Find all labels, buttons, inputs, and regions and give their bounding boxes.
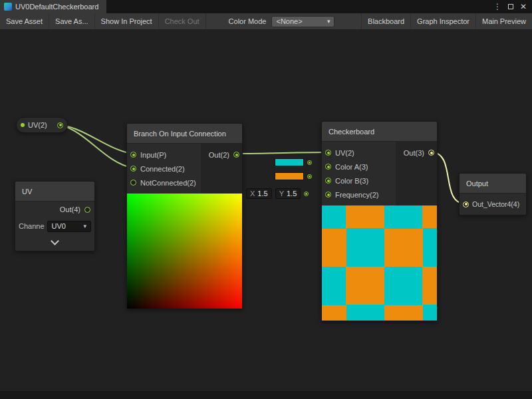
window-controls: ⋮ ✕ xyxy=(493,0,532,13)
branch-connected-port[interactable] xyxy=(130,166,136,172)
checkerboard-output-port[interactable] xyxy=(428,150,434,156)
show-in-project-button[interactable]: Show In Project xyxy=(95,13,159,29)
frequency-x-input[interactable]: X 1.5 xyxy=(246,188,272,199)
checkerboard-uv-label: UV(2) xyxy=(335,149,354,157)
graph-inspector-button[interactable]: Graph Inspector xyxy=(410,13,475,29)
tab-uv0defaultcheckerboard[interactable]: UV0DefaultCheckerboard xyxy=(0,0,106,13)
check-out-button[interactable]: Check Out xyxy=(159,13,206,29)
color-mode-dropdown[interactable]: <None> ▾ xyxy=(271,16,334,27)
output-vector4-port[interactable] xyxy=(463,201,469,207)
output-node-title: Output xyxy=(466,180,488,188)
bottom-edge xyxy=(0,391,532,399)
checkerboard-colora-row: Color A(3) xyxy=(322,160,396,174)
branch-notconnected-port[interactable] xyxy=(130,180,136,186)
checkerboard-frequency-row: Frequency(2) xyxy=(322,188,396,201)
uv-channel-label: Channe xyxy=(19,222,45,230)
menu-icon[interactable]: ⋮ xyxy=(493,2,501,11)
color-a-swatch[interactable] xyxy=(275,158,304,166)
uv-node-output-port[interactable] xyxy=(84,207,90,213)
blackboard-button[interactable]: Blackboard xyxy=(361,13,410,29)
checkerboard-colorb-row: Color B(3) xyxy=(322,174,396,188)
uv-node-title: UV xyxy=(22,188,32,196)
uv-channel-value: UV0 xyxy=(52,222,66,230)
branch-input-port[interactable] xyxy=(130,152,136,158)
tab-bar: UV0DefaultCheckerboard ⋮ ✕ xyxy=(0,0,532,13)
uv-node-output-row: Out(4) xyxy=(15,201,94,217)
node-uv-pill[interactable]: UV(2) xyxy=(16,117,68,133)
uv-pill-bullet-icon xyxy=(21,123,25,127)
branch-connected-label: Connected(2) xyxy=(140,165,185,173)
branch-output-column: Out(2) xyxy=(201,144,242,194)
branch-notconnected-label: NotConnected(2) xyxy=(140,179,196,187)
frequency-y-value: 1.5 xyxy=(287,190,297,198)
uv-channel-row: Channe UV0 ▾ xyxy=(15,217,94,235)
checkerboard-preview xyxy=(322,205,437,321)
output-vector4-label: Out_Vector4(4) xyxy=(472,200,519,208)
checkerboard-frequency-port[interactable] xyxy=(325,192,331,198)
checkerboard-output-row: Out(3) xyxy=(396,146,437,160)
checkerboard-colora-port[interactable] xyxy=(325,164,331,170)
checkerboard-uv-row: UV(2) xyxy=(322,146,396,160)
toolbar: Save Asset Save As... Show In Project Ch… xyxy=(0,13,532,30)
frequency-connector-port xyxy=(304,192,309,196)
color-b-field xyxy=(275,172,312,180)
uv-node-header[interactable]: UV xyxy=(15,182,94,201)
frequency-y-input[interactable]: Y 1.5 xyxy=(275,188,301,199)
node-checkerboard[interactable]: Checkerboard UV(2) Color A(3) Color B(3) xyxy=(321,121,438,321)
maximize-icon[interactable] xyxy=(508,4,513,9)
caret-down-icon: ▾ xyxy=(83,223,86,229)
branch-input-row: Input(P) xyxy=(127,148,201,162)
frequency-field: X 1.5 Y 1.5 xyxy=(246,188,309,199)
node-output[interactable]: Output Out_Vector4(4) xyxy=(459,173,527,215)
color-b-connector-port xyxy=(307,174,312,179)
checkerboard-frequency-label: Frequency(2) xyxy=(335,191,378,199)
checkerboard-output-label: Out(3) xyxy=(404,149,424,157)
save-asset-button[interactable]: Save Asset xyxy=(0,13,49,29)
output-vector4-row: Out_Vector4(4) xyxy=(460,197,526,211)
uv-pill-output-port[interactable] xyxy=(57,122,63,128)
branch-input-label: Input(P) xyxy=(140,151,166,159)
output-node-header[interactable]: Output xyxy=(460,174,526,194)
checkerboard-node-title: Checkerboard xyxy=(329,128,374,136)
color-mode-label: Color Mode xyxy=(223,17,272,25)
checkerboard-colorb-port[interactable] xyxy=(325,178,331,184)
uv-channel-dropdown[interactable]: UV0 ▾ xyxy=(47,221,91,232)
uv-pill-label: UV(2) xyxy=(28,121,47,129)
branch-output-row: Out(2) xyxy=(201,148,242,162)
close-icon[interactable]: ✕ xyxy=(520,2,527,11)
caret-down-icon: ▾ xyxy=(327,18,331,25)
color-b-swatch[interactable] xyxy=(275,172,304,180)
color-a-field xyxy=(275,158,312,166)
checkerboard-colorb-label: Color B(3) xyxy=(335,177,368,185)
uv-node-collapse-button[interactable] xyxy=(15,235,94,251)
branch-output-port[interactable] xyxy=(233,152,239,158)
frequency-y-label: Y xyxy=(279,190,284,198)
save-as-button[interactable]: Save As... xyxy=(49,13,95,29)
branch-node-header[interactable]: Branch On Input Connection xyxy=(127,124,242,144)
checkerboard-uv-port[interactable] xyxy=(325,150,331,156)
uv-node-output-label: Out(4) xyxy=(60,205,80,213)
branch-input-column: Input(P) Connected(2) NotConnected(2) xyxy=(127,144,201,194)
checkerboard-colora-label: Color A(3) xyxy=(335,163,368,171)
shadergraph-icon xyxy=(4,3,12,11)
color-a-connector-port xyxy=(307,160,312,165)
shader-graph-window: UV0DefaultCheckerboard ⋮ ✕ Save Asset Sa… xyxy=(0,0,532,399)
branch-connected-row: Connected(2) xyxy=(127,162,201,176)
chevron-down-icon xyxy=(51,237,59,245)
branch-output-label: Out(2) xyxy=(209,151,229,159)
frequency-x-label: X xyxy=(250,190,255,198)
frequency-x-value: 1.5 xyxy=(257,190,267,198)
node-uv[interactable]: UV Out(4) Channe UV0 ▾ xyxy=(15,181,95,251)
color-mode-value: <None> xyxy=(276,17,302,25)
branch-node-preview xyxy=(127,194,242,309)
tab-title: UV0DefaultCheckerboard xyxy=(15,3,98,11)
checkerboard-output-column: Out(3) xyxy=(396,142,437,205)
main-preview-button[interactable]: Main Preview xyxy=(475,13,532,29)
branch-notconnected-row: NotConnected(2) xyxy=(127,176,201,190)
checkerboard-node-header[interactable]: Checkerboard xyxy=(322,122,437,142)
node-branch-on-input-connection[interactable]: Branch On Input Connection Input(P) Conn… xyxy=(126,123,243,309)
branch-node-title: Branch On Input Connection xyxy=(134,130,226,138)
checkerboard-input-column: UV(2) Color A(3) Color B(3) Frequency(2) xyxy=(322,142,396,205)
